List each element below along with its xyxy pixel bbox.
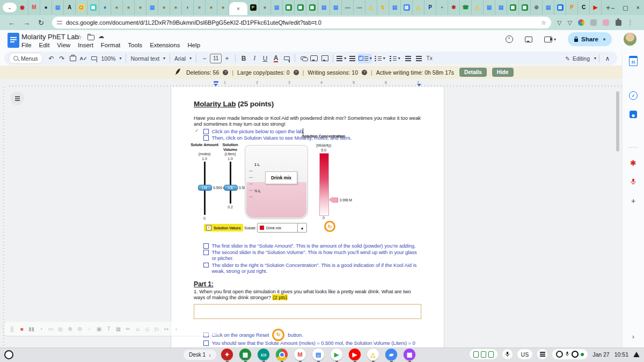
phet-sim-image[interactable]: Solute Amount (moles) 1.0 0.500 mol 0 So…	[195, 141, 354, 235]
pinned-tab[interactable]: ▧	[602, 0, 603, 15]
checklist-margin-check-icon[interactable]: ✓	[195, 128, 199, 133]
bulleted-list-button[interactable]: ▾	[373, 54, 387, 63]
pinned-tab[interactable]: ●	[123, 0, 135, 15]
style-select[interactable]: Normal text▾	[130, 55, 165, 62]
text-color-button[interactable]: A	[274, 55, 279, 62]
record-stop-icon[interactable]: ■	[18, 326, 25, 332]
shelf-app-drive[interactable]: △	[367, 349, 379, 361]
extension-pink-icon[interactable]	[603, 19, 609, 26]
pinned-tab[interactable]: ▪	[436, 0, 448, 15]
numbered-list-button[interactable]: ▾	[388, 54, 402, 63]
pinned-tab[interactable]: P	[425, 0, 436, 15]
capture-toolbar[interactable]: ⣿■▮▮◔▭◎⊕⊖◌▣T▦✏☺◇▷↦‹	[4, 322, 220, 336]
menu-tools[interactable]: Tools	[128, 42, 142, 48]
pinned-tab[interactable]: ↯	[377, 0, 389, 15]
extension-color-icon[interactable]	[578, 19, 584, 26]
text-tool-icon[interactable]: T	[105, 326, 112, 332]
addon-asterisk-icon[interactable]: ✱	[631, 159, 636, 167]
shelf-app-chrome[interactable]	[276, 349, 288, 361]
menu-edit[interactable]: Edit	[39, 42, 50, 48]
zoom-select[interactable]: 100%▾	[101, 55, 122, 62]
pinned-tab[interactable]: ●	[40, 0, 52, 15]
timer-icon[interactable]: ◔	[38, 326, 45, 332]
trash-icon[interactable]: ▭	[47, 326, 54, 332]
menus-search-button[interactable]: Menus	[9, 53, 43, 64]
hide-button[interactable]: Hide	[492, 68, 514, 77]
shelf-date[interactable]: Jan 27	[592, 351, 610, 358]
line-spacing-button[interactable]	[347, 54, 357, 63]
document-title[interactable]: Molarity PhET Lab	[21, 33, 79, 41]
print-button[interactable]	[68, 54, 78, 63]
crop-icon[interactable]: ▣	[96, 326, 103, 332]
pinned-tab[interactable]: ▤	[543, 0, 554, 15]
extension-box-icon[interactable]	[590, 19, 597, 26]
cursor-highlight-icon[interactable]: ◎	[57, 326, 64, 332]
back-button[interactable]: ←	[8, 19, 15, 27]
extensions-puzzle-icon[interactable]	[616, 20, 621, 26]
pinned-tab[interactable]: P	[247, 0, 259, 15]
italic-button[interactable]: I	[250, 54, 259, 63]
menu-help[interactable]: Help	[187, 42, 200, 48]
move-folder-icon[interactable]	[87, 35, 94, 40]
zoom-reset-icon[interactable]: ◌	[86, 326, 93, 332]
collapse-icon[interactable]: ‹	[173, 326, 180, 332]
menu-extensions[interactable]: Extensions	[150, 42, 180, 48]
solution-values-checkbox[interactable]: ✓Solution Values	[204, 224, 243, 231]
pinned-tab[interactable]: ▤	[389, 0, 401, 15]
help-badge-icon[interactable]: ?	[294, 70, 299, 75]
font-size-field[interactable]: 11	[210, 54, 222, 63]
emoji-icon[interactable]: ☺	[134, 326, 141, 332]
site-info-icon[interactable]	[57, 20, 62, 25]
paint-format-button[interactable]	[90, 54, 99, 63]
address-bar[interactable]: docs.google.com/document/d/1L2DxR7h9Bukm…	[52, 17, 551, 28]
shelf-app-gmail[interactable]: M	[294, 349, 306, 361]
font-select[interactable]: Arial▾	[174, 55, 192, 62]
shelf-time[interactable]: 10:51	[614, 351, 628, 358]
extension-flask2-icon[interactable]: ▽	[567, 19, 572, 26]
checkbox-icon[interactable]	[203, 263, 209, 268]
pinned-tab[interactable]: ▤	[318, 0, 330, 15]
launcher-button[interactable]	[4, 350, 13, 359]
insert-image-button[interactable]	[320, 54, 330, 63]
shelf-app-canvas[interactable]: ✦	[221, 349, 233, 361]
bold-button[interactable]: B	[239, 54, 248, 63]
pinned-tab[interactable]: ●	[217, 0, 229, 15]
minimize-button[interactable]: –	[611, 4, 614, 11]
scrollbar[interactable]	[616, 91, 619, 151]
star-icon[interactable]: ☆	[77, 34, 82, 41]
mic-button[interactable]	[502, 349, 513, 359]
pinned-tab[interactable]: C	[578, 0, 590, 15]
pinned-tab[interactable]: ☎	[460, 0, 472, 15]
clear-formatting-button[interactable]: Tx	[425, 54, 434, 63]
pinned-tab[interactable]: ▤	[271, 0, 283, 15]
shelf-app-screencast[interactable]: ▭	[258, 349, 270, 361]
avatar[interactable]	[624, 33, 636, 46]
pinned-tab[interactable]: A	[64, 0, 76, 15]
url-text[interactable]: docs.google.com/document/d/1L2DxR7h9Bukm…	[66, 19, 537, 26]
pinned-tab[interactable]: M	[28, 0, 40, 15]
details-button[interactable]: Details	[459, 68, 487, 77]
mote-mic-icon[interactable]	[631, 178, 636, 185]
shelf-app-extra-app[interactable]: ▩	[404, 349, 416, 361]
insert-comment-button[interactable]	[309, 54, 319, 63]
extension-flask-icon[interactable]: ▽	[557, 19, 561, 26]
pinned-tab[interactable]: ▦	[87, 0, 99, 15]
get-addons-icon[interactable]: +	[631, 197, 635, 205]
pinned-tab[interactable]: ●	[206, 0, 217, 15]
recording-pill[interactable]	[552, 349, 588, 359]
meet-button[interactable]: ▾	[544, 37, 556, 42]
pinned-tab[interactable]: ▦	[306, 0, 318, 15]
align-button[interactable]: ▾	[336, 54, 346, 63]
pinned-tab[interactable]: ▦	[295, 0, 306, 15]
solute-dropdown[interactable]: Drink mix	[257, 223, 302, 233]
pinned-tab[interactable]: P	[566, 0, 578, 15]
docs-logo-icon[interactable]	[8, 33, 19, 48]
pinned-tab[interactable]: ♦	[99, 0, 111, 15]
shelf-app-play-store[interactable]: ▶	[331, 349, 343, 361]
tab-search-button[interactable]: ⌄	[3, 3, 17, 12]
playlist-button[interactable]	[537, 349, 547, 359]
pinned-tab[interactable]: ●	[135, 0, 147, 15]
pinned-tab[interactable]: ●	[259, 0, 271, 15]
underline-button[interactable]: U	[260, 54, 270, 63]
pinned-tab[interactable]: ●	[170, 0, 182, 15]
